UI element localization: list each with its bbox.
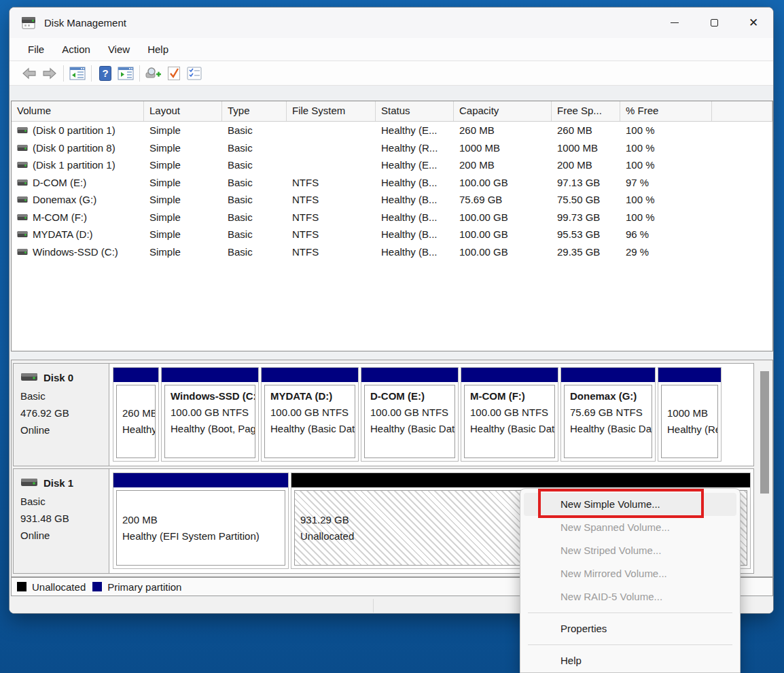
- partition-efi-200mb[interactable]: 200 MB Healthy (EFI System Partition): [113, 472, 289, 569]
- cell-volume: MYDATA (D:): [12, 228, 144, 240]
- volume-row[interactable]: MYDATA (D:)SimpleBasicNTFSHealthy (B...1…: [12, 226, 772, 243]
- cell-type: Basic: [222, 142, 287, 154]
- menu-action[interactable]: Action: [53, 41, 99, 58]
- volume-row[interactable]: (Disk 0 partition 1)SimpleBasicHealthy (…: [12, 122, 772, 139]
- cell-volume: (Disk 0 partition 8): [12, 142, 144, 154]
- cell-type: Basic: [222, 211, 287, 223]
- cell-volume: (Disk 0 partition 1): [12, 124, 144, 136]
- col-type[interactable]: Type: [222, 101, 287, 121]
- partition-size: 75.69 GB NTFS: [570, 404, 646, 421]
- cell-free: 99.73 GB: [552, 211, 620, 223]
- check-document-button[interactable]: [164, 64, 184, 83]
- show-console-tree-icon: [69, 67, 86, 80]
- col-capacity[interactable]: Capacity: [454, 101, 552, 121]
- minimize-button[interactable]: [655, 7, 694, 38]
- disk-0-row: Disk 0 Basic 476.92 GB Online 260 MB Hea…: [13, 363, 754, 466]
- volume-row[interactable]: (Disk 1 partition 1)SimpleBasicHealthy (…: [12, 156, 772, 174]
- vertical-scrollbar-thumb[interactable]: [760, 371, 769, 494]
- partition-status: Healthy (Basic Data Partition): [370, 421, 449, 437]
- volume-icon: [17, 230, 28, 238]
- col-free-space[interactable]: Free Sp...: [552, 101, 620, 121]
- toolbar-separator: [139, 65, 140, 82]
- menu-separator: [528, 644, 732, 645]
- disk-status: Online: [20, 527, 109, 544]
- cell-free: 1000 MB: [552, 142, 620, 154]
- cell-status: Healthy (E...: [376, 124, 454, 136]
- partition-m-com[interactable]: M-COM (F:) 100.00 GB NTFS Healthy (Basic…: [461, 367, 558, 462]
- partition-recovery-1000mb[interactable]: 1000 MB Healthy (Recovery Partition): [658, 367, 721, 462]
- refresh-magnifier-icon: [145, 67, 162, 80]
- volume-row[interactable]: M-COM (F:)SimpleBasicNTFSHealthy (B...10…: [12, 209, 772, 226]
- menu-bar: File Action View Help: [10, 38, 773, 61]
- cell-layout: Simple: [144, 211, 222, 223]
- back-button[interactable]: [19, 64, 39, 83]
- primary-partition-bar: [113, 368, 158, 382]
- toolbar: ?: [10, 61, 773, 86]
- cell-pct: 100 %: [620, 194, 712, 205]
- volume-row[interactable]: (Disk 0 partition 8)SimpleBasicHealthy (…: [12, 139, 772, 157]
- legend-primary-partition: Primary partition: [92, 581, 181, 593]
- volume-row[interactable]: Donemax (G:)SimpleBasicNTFSHealthy (B...…: [12, 191, 772, 209]
- menu-help[interactable]: Help: [139, 41, 177, 58]
- disk-status: Online: [20, 421, 109, 438]
- help-icon: ?: [99, 66, 111, 81]
- col-status[interactable]: Status: [376, 101, 454, 121]
- col-pct-free[interactable]: % Free: [620, 101, 712, 121]
- volume-row[interactable]: D-COM (E:)SimpleBasicNTFSHealthy (B...10…: [12, 174, 772, 192]
- partition-efi-260mb[interactable]: 260 MB Healthy (EFI System Partition): [113, 367, 159, 462]
- show-action-pane-button[interactable]: [115, 64, 136, 83]
- partition-d-com[interactable]: D-COM (E:) 100.00 GB NTFS Healthy (Basic…: [361, 367, 459, 462]
- cell-layout: Simple: [144, 159, 222, 171]
- menu-file[interactable]: File: [19, 41, 53, 58]
- menu-item-new-simple-volume[interactable]: New Simple Volume...: [524, 493, 736, 516]
- cell-capacity: 75.69 GB: [454, 194, 552, 205]
- col-file-system[interactable]: File System: [287, 101, 376, 121]
- cell-type: Basic: [222, 194, 287, 205]
- partition-name: Donemax (G:): [570, 388, 646, 404]
- menu-item-new-striped-volume: New Striped Volume...: [524, 539, 736, 562]
- col-volume[interactable]: Volume: [12, 101, 144, 121]
- partition-mydata[interactable]: MYDATA (D:) 100.00 GB NTFS Healthy (Basi…: [261, 367, 359, 462]
- disk-type: Basic: [20, 493, 109, 510]
- cell-fs: NTFS: [287, 211, 376, 223]
- volume-name: Donemax (G:): [33, 194, 96, 205]
- cell-status: Healthy (B...: [376, 246, 454, 258]
- maximize-icon: [711, 19, 718, 27]
- disk-1-label[interactable]: Disk 1 Basic 931.48 GB Online: [14, 469, 109, 573]
- menu-item-help[interactable]: Help: [524, 649, 736, 672]
- volume-row[interactable]: Windows-SSD (C:)SimpleBasicNTFSHealthy (…: [12, 243, 772, 261]
- cell-volume: Donemax (G:): [12, 194, 144, 205]
- help-button[interactable]: ?: [95, 64, 115, 83]
- partition-windows-ssd[interactable]: Windows-SSD (C:) 100.00 GB NTFS Healthy …: [161, 367, 259, 462]
- cell-free: 200 MB: [552, 159, 620, 171]
- maximize-button[interactable]: [694, 7, 734, 38]
- cell-volume: D-COM (E:): [12, 177, 144, 188]
- primary-partition-bar: [461, 368, 558, 382]
- cell-type: Basic: [222, 159, 287, 171]
- forward-button[interactable]: [39, 64, 60, 83]
- cell-layout: Simple: [144, 194, 222, 205]
- cell-free: 75.50 GB: [552, 194, 620, 205]
- disk-0-partitions: 260 MB Healthy (EFI System Partition) Wi…: [109, 364, 753, 466]
- partition-size: 100.00 GB NTFS: [270, 404, 349, 421]
- menu-view[interactable]: View: [99, 41, 139, 58]
- close-icon: ✕: [749, 17, 758, 29]
- partition-donemax[interactable]: Donemax (G:) 75.69 GB NTFS Healthy (Basi…: [560, 367, 656, 462]
- partition-status: Healthy (Recovery Partition): [667, 421, 712, 438]
- desktop: Disk Management ✕ File Action View Help: [0, 0, 784, 673]
- volume-icon: [17, 161, 28, 169]
- disk-icon: [20, 478, 38, 488]
- col-layout[interactable]: Layout: [144, 101, 222, 121]
- disk-0-label[interactable]: Disk 0 Basic 476.92 GB Online: [14, 364, 109, 466]
- volume-list: Volume Layout Type File System Status Ca…: [11, 101, 773, 351]
- cell-capacity: 100.00 GB: [454, 228, 552, 240]
- partition-size: 260 MB: [122, 405, 149, 421]
- refresh-button[interactable]: [143, 64, 164, 83]
- menu-item-properties[interactable]: Properties: [524, 617, 736, 640]
- volume-name: (Disk 1 partition 1): [33, 159, 115, 171]
- cell-status: Healthy (R...: [376, 142, 454, 154]
- close-button[interactable]: ✕: [734, 7, 773, 38]
- show-console-tree-button[interactable]: [67, 64, 88, 83]
- task-list-button[interactable]: [184, 64, 204, 83]
- cell-volume: (Disk 1 partition 1): [12, 159, 144, 171]
